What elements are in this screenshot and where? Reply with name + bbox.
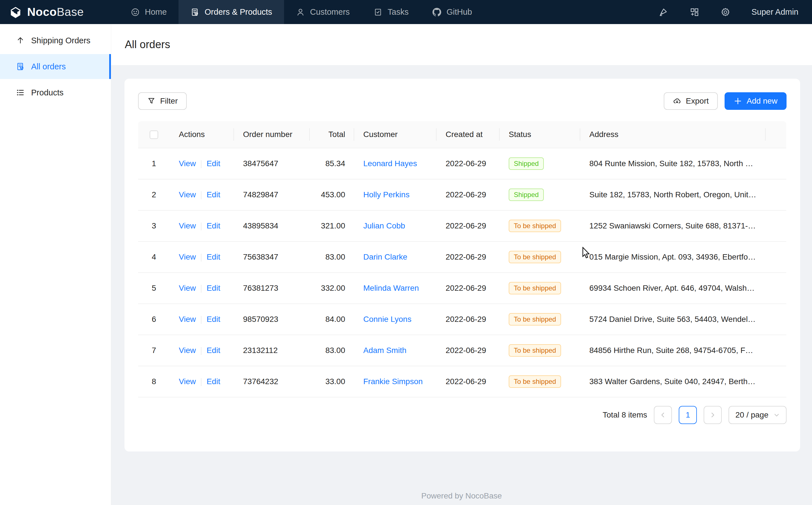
top-navbar: NocoBase HomeOrders & ProductsCustomersT… xyxy=(0,0,812,24)
address-cell: 804 Runte Mission, Suite 182, 15783, Nor… xyxy=(580,148,766,179)
pagination-next-button[interactable] xyxy=(704,406,722,424)
edit-link[interactable]: Edit xyxy=(207,190,220,199)
customer-link[interactable]: Melinda Warren xyxy=(363,284,419,293)
view-link[interactable]: View xyxy=(179,159,196,168)
nav-item-customers[interactable]: Customers xyxy=(284,0,361,24)
select-all-checkbox[interactable] xyxy=(150,131,158,139)
customer-link[interactable]: Holly Perkins xyxy=(363,190,410,199)
pagination-page-1[interactable]: 1 xyxy=(679,406,697,424)
edit-link[interactable]: Edit xyxy=(207,221,220,230)
customer-link[interactable]: Julian Cobb xyxy=(363,221,405,230)
content-area: Filter Export Add new xyxy=(111,65,812,505)
address-cell: 5724 Daniel Drive, Suite 563, 54403, Wen… xyxy=(580,304,766,335)
table-row: 3ViewEdit43895834321.00Julian Cobb2022-0… xyxy=(138,210,786,241)
plugin-manager-blocks-icon[interactable] xyxy=(689,7,700,17)
list-icon xyxy=(16,88,25,97)
status-cell: To be shipped xyxy=(500,366,580,397)
nav-item-home[interactable]: Home xyxy=(119,0,179,24)
order-number-cell: 43895834 xyxy=(234,210,310,241)
user-menu[interactable]: Super Admin xyxy=(752,7,798,17)
address-cell: 84856 Hirthe Run, Suite 268, 94754-6705,… xyxy=(580,335,766,366)
order-number-cell: 98570923 xyxy=(234,304,310,335)
created-at-cell: 2022-06-29 xyxy=(437,335,500,366)
total-cell: 321.00 xyxy=(310,210,354,241)
nocobase-logo[interactable]: NocoBase xyxy=(0,0,93,24)
export-button[interactable]: Export xyxy=(664,92,718,110)
task-check-icon xyxy=(373,8,382,17)
sidebar-item-shipping-orders[interactable]: Shipping Orders xyxy=(0,28,111,53)
orders-table-card: Filter Export Add new xyxy=(124,79,800,452)
edit-link[interactable]: Edit xyxy=(207,159,220,168)
nav-item-github[interactable]: GitHub xyxy=(421,0,484,24)
status-cell: To be shipped xyxy=(500,210,580,241)
page-title: All orders xyxy=(125,38,170,51)
sidebar-item-label: Shipping Orders xyxy=(31,36,90,45)
edit-link[interactable]: Edit xyxy=(207,377,220,386)
column-header-created-at: Created at xyxy=(437,121,500,148)
row-index: 6 xyxy=(138,304,170,335)
created-at-cell: 2022-06-29 xyxy=(437,304,500,335)
view-link[interactable]: View xyxy=(179,252,196,261)
action-divider xyxy=(201,254,202,262)
address-cell: Suite 182, 15783, North Robert, Oregon, … xyxy=(580,179,766,210)
ui-editor-highlighter-icon[interactable] xyxy=(658,7,668,17)
table-row: 2ViewEdit74829847453.00Holly Perkins2022… xyxy=(138,179,786,210)
page-size-select[interactable]: 20 / page xyxy=(729,406,787,424)
row-index: 5 xyxy=(138,273,170,304)
table-row: 5ViewEdit76381273332.00Melinda Warren202… xyxy=(138,273,786,304)
nocobase-logo-icon xyxy=(8,5,23,19)
blank-cell xyxy=(766,148,786,179)
edit-link[interactable]: Edit xyxy=(207,284,220,293)
nav-item-orders-products[interactable]: Orders & Products xyxy=(179,0,284,24)
order-number-cell: 76381273 xyxy=(234,273,310,304)
view-link[interactable]: View xyxy=(179,190,196,199)
nav-item-tasks[interactable]: Tasks xyxy=(361,0,421,24)
blank-cell xyxy=(766,179,786,210)
pagination-prev-button[interactable] xyxy=(654,406,672,424)
action-divider xyxy=(201,160,202,168)
filter-funnel-icon xyxy=(147,97,156,105)
status-badge: Shipped xyxy=(509,157,544,170)
action-divider xyxy=(201,347,202,355)
column-header-customer: Customer xyxy=(354,121,437,148)
customer-link[interactable]: Darin Clarke xyxy=(363,252,408,261)
status-cell: To be shipped xyxy=(500,241,580,273)
action-divider xyxy=(201,378,202,386)
sidebar-item-products[interactable]: Products xyxy=(0,80,111,105)
customer-cell: Adam Smith xyxy=(354,335,437,366)
view-link[interactable]: View xyxy=(179,315,196,324)
edit-link[interactable]: Edit xyxy=(207,252,220,261)
row-actions: ViewEdit xyxy=(170,148,234,179)
edit-link[interactable]: Edit xyxy=(207,315,220,324)
total-cell: 332.00 xyxy=(310,273,354,304)
view-link[interactable]: View xyxy=(179,284,196,293)
column-header-address: Address xyxy=(580,121,766,148)
created-at-cell: 2022-06-29 xyxy=(437,366,500,397)
filter-button[interactable]: Filter xyxy=(138,92,187,110)
add-new-button[interactable]: Add new xyxy=(725,92,787,110)
total-cell: 83.00 xyxy=(310,335,354,366)
customer-link[interactable]: Connie Lyons xyxy=(363,315,412,324)
customer-link[interactable]: Adam Smith xyxy=(363,346,407,355)
orders-table: ActionsOrder numberTotalCustomerCreated … xyxy=(138,121,786,397)
order-doc-icon xyxy=(191,8,200,17)
table-row: 1ViewEdit3847564785.34Leonard Hayes2022-… xyxy=(138,148,786,179)
view-link[interactable]: View xyxy=(179,346,196,355)
row-index: 1 xyxy=(138,148,170,179)
blank-cell xyxy=(766,335,786,366)
column-header-actions: Actions xyxy=(170,121,234,148)
logo-text: NocoBase xyxy=(27,5,84,19)
cloud-download-icon xyxy=(673,97,681,105)
sidebar-item-all-orders[interactable]: All orders xyxy=(0,54,111,79)
customer-link[interactable]: Leonard Hayes xyxy=(363,159,417,168)
total-cell: 453.00 xyxy=(310,179,354,210)
edit-link[interactable]: Edit xyxy=(207,346,220,355)
select-all-header-cell xyxy=(138,121,170,148)
order-number-cell: 75638347 xyxy=(234,241,310,273)
view-link[interactable]: View xyxy=(179,221,196,230)
nav-item-label: Home xyxy=(145,7,167,17)
view-link[interactable]: View xyxy=(179,377,196,386)
settings-gear-icon[interactable] xyxy=(720,7,731,17)
address-cell: 383 Walter Gardens, Suite 040, 24947, Be… xyxy=(580,366,766,397)
customer-link[interactable]: Frankie Simpson xyxy=(363,377,423,386)
